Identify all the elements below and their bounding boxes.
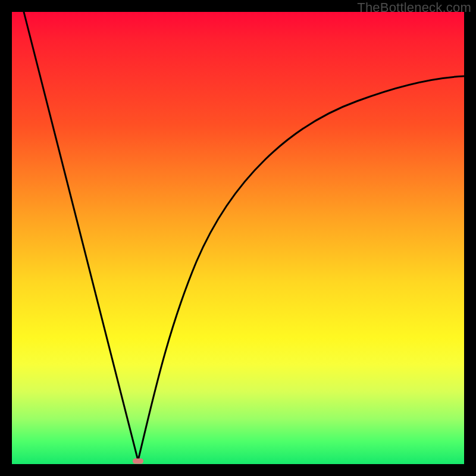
curve-left-branch	[24, 12, 138, 461]
chart-frame	[12, 12, 464, 464]
bottleneck-curve	[12, 12, 464, 464]
watermark-text: TheBottleneck.com	[357, 0, 471, 15]
curve-right-branch	[138, 76, 464, 461]
minimum-marker	[133, 459, 143, 464]
